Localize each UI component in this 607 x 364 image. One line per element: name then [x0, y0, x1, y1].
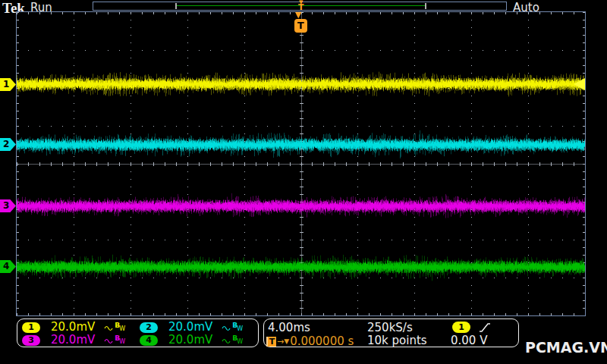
bandwidth-icon-w: W — [237, 325, 243, 332]
ch1-readout: 120.0mVBW — [22, 322, 125, 333]
ch2-badge: 2 — [140, 322, 158, 333]
timebase-trigger-readout-box: 4.00ms 250kS/s 1 T → ▼ 0.000000 s 10k po… — [263, 318, 519, 347]
ch4-badge: 4 — [140, 335, 158, 346]
ch4-marker[interactable]: 4 — [0, 260, 16, 273]
ac-coupling-icon — [104, 337, 114, 344]
ac-coupling-icon — [104, 324, 114, 331]
record-window-left-bracket — [175, 3, 177, 9]
ac-coupling-icon — [222, 337, 231, 344]
sample-rate: 250kS/s — [367, 322, 413, 334]
watermark-logo: PCMAG.VN — [525, 339, 607, 356]
ch2-readout: 220.0mVBW — [140, 322, 243, 333]
trigger-slope-icon — [479, 322, 491, 333]
ch2-scale: 20.0mV — [168, 322, 212, 333]
ch1-marker[interactable]: 1 — [0, 78, 16, 91]
ch3-marker[interactable]: 3 — [0, 199, 16, 212]
ch4-scale: 20.0mV — [168, 334, 212, 346]
ch3-coupling-bandwidth-icons: BW — [104, 335, 125, 346]
ch3-scale: 20.0mV — [51, 334, 95, 346]
bandwidth-icon-w: W — [119, 338, 125, 345]
ch1-scale: 20.0mV — [51, 322, 95, 333]
trigger-level-value: 0.00 V — [451, 334, 487, 347]
ch4-readout: 420.0mVBW — [140, 334, 243, 346]
ch2-coupling-bandwidth-icons: BW — [222, 322, 243, 333]
trigger-arrow-icon: → — [277, 337, 284, 347]
ch1-coupling-bandwidth-icons: BW — [104, 322, 125, 333]
trigger-position-value: 0.000000 s — [290, 334, 354, 348]
ch4-coupling-bandwidth-icons: BW — [222, 335, 243, 346]
ch1-badge: 1 — [22, 322, 40, 333]
bandwidth-icon-w: W — [119, 325, 125, 332]
trigger-position-badge[interactable]: T — [294, 19, 307, 33]
record-length: 10k points — [367, 334, 427, 347]
ac-coupling-icon — [222, 324, 231, 331]
trigger-level-arrow-icon[interactable] — [574, 78, 585, 90]
trigger-source-badge: 1 — [452, 322, 470, 333]
record-window-right-bracket — [425, 3, 426, 9]
waveform-canvas — [17, 12, 585, 315]
ch2-marker[interactable]: 2 — [0, 138, 16, 151]
ch3-badge: 3 — [22, 335, 40, 346]
bandwidth-icon-w: W — [237, 338, 243, 345]
trigger-position-arrow-icon[interactable]: ▼ — [295, 11, 301, 19]
trigger-position-readout: T → ▼ 0.000000 s — [266, 334, 354, 348]
channel-readout-box: 120.0mVBW220.0mVBW320.0mVBW420.0mVBW — [17, 318, 259, 347]
timebase-scale: 4.00ms — [268, 322, 310, 334]
ch3-readout: 320.0mVBW — [22, 334, 125, 346]
trigger-marker-icon: ▼ — [284, 337, 289, 345]
trigger-t-icon: T — [266, 337, 276, 347]
